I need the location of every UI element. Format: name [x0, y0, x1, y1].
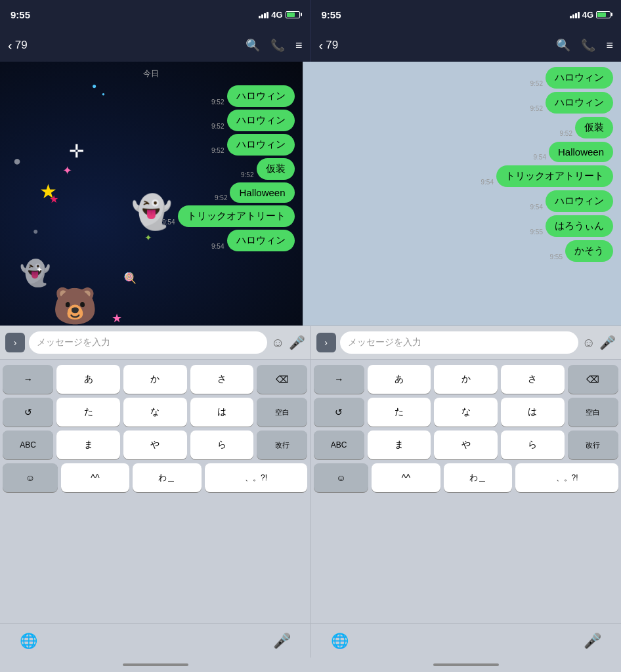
key-ka-left[interactable]: か: [123, 365, 187, 394]
key-wa-right[interactable]: わ＿: [444, 463, 513, 492]
key-ra-right[interactable]: ら: [501, 430, 565, 459]
emoji-icon-left[interactable]: ☺: [271, 335, 284, 350]
key-ka-right[interactable]: か: [434, 365, 498, 394]
expand-button-right[interactable]: ›: [316, 333, 336, 352]
key-na-right[interactable]: な: [434, 398, 498, 427]
key-ta-left[interactable]: た: [56, 398, 120, 427]
key-sa-right[interactable]: さ: [501, 365, 565, 394]
key-na-left[interactable]: な: [123, 398, 187, 427]
globe-icon-left[interactable]: 🌐: [20, 633, 37, 650]
key-delete-left[interactable]: ⌫: [257, 365, 307, 394]
message-input-left[interactable]: メッセージを入力: [29, 331, 267, 354]
key-label: な: [461, 406, 471, 418]
battery-icon-right: [596, 11, 610, 18]
key-label: わ＿: [158, 472, 175, 484]
msg-time: 9:52: [530, 105, 543, 112]
key-label: 改行: [586, 440, 600, 450]
keyboard-row-1-right: → あ か さ ⌫: [314, 365, 619, 394]
key-delete-right[interactable]: ⌫: [568, 365, 618, 394]
signal-bar-2: [261, 14, 263, 18]
key-ha-right[interactable]: は: [501, 398, 565, 427]
key-caret-left[interactable]: ^^: [61, 463, 130, 492]
key-label: ^^: [91, 472, 99, 483]
menu-icon-left[interactable]: ≡: [295, 39, 303, 52]
key-caret-right[interactable]: ^^: [372, 463, 440, 492]
search-icon-left[interactable]: 🔍: [246, 38, 260, 52]
home-bar-left: [123, 663, 188, 666]
keyboard-row-4-right: ☺ ^^ わ＿ 、。?!: [314, 463, 619, 492]
message-bubble: ハロウィン: [227, 110, 295, 131]
signal-bar-4: [267, 12, 268, 18]
key-ma-left[interactable]: ま: [56, 430, 120, 459]
back-button-left[interactable]: ‹ 79: [8, 38, 28, 53]
time-left: 9:55: [11, 9, 30, 20]
nav-icons-right: 🔍 📞 ≡: [556, 38, 613, 52]
key-abc-right[interactable]: ABC: [314, 430, 364, 459]
key-arrow-left[interactable]: →: [3, 365, 53, 394]
key-label: た: [395, 406, 404, 418]
phone-icon-right[interactable]: 📞: [581, 38, 595, 52]
key-space-right[interactable]: 空白: [568, 398, 618, 427]
key-label: さ: [528, 373, 537, 385]
message-input-right[interactable]: メッセージを入力: [340, 331, 578, 354]
key-label: ABC: [20, 440, 36, 450]
key-undo-left[interactable]: ↺: [3, 398, 53, 427]
search-icon-right[interactable]: 🔍: [556, 38, 570, 52]
key-punct-left[interactable]: 、。?!: [205, 463, 308, 492]
key-emoji-right[interactable]: ☺: [314, 463, 369, 492]
home-bar-right: [433, 663, 499, 666]
key-undo-right[interactable]: ↺: [314, 398, 364, 427]
key-sa-left[interactable]: さ: [190, 365, 254, 394]
key-enter-right[interactable]: 改行: [568, 430, 618, 459]
key-label: ま: [395, 439, 404, 451]
key-wa-left[interactable]: わ＿: [133, 463, 202, 492]
home-indicator-right: [310, 658, 621, 672]
key-label: あ: [84, 373, 93, 385]
key-a-left[interactable]: あ: [56, 365, 120, 394]
key-ha-left[interactable]: は: [190, 398, 254, 427]
emoji-icon-right[interactable]: ☺: [582, 335, 595, 350]
network-type-left: 4G: [271, 10, 282, 20]
key-ra-left[interactable]: ら: [190, 430, 254, 459]
key-label: ☺: [336, 472, 345, 483]
msg-time: 9:55: [530, 228, 543, 236]
menu-icon-right[interactable]: ≡: [606, 39, 613, 52]
table-row: 9:54 ハロウィン: [8, 230, 295, 251]
signal-bars-left: [259, 10, 268, 18]
home-indicators: [0, 658, 621, 672]
key-emoji-left[interactable]: ☺: [3, 463, 58, 492]
signal-bar-3: [264, 13, 266, 18]
message-bubble: トリックオアトリート: [178, 205, 295, 227]
microphone-icon-left[interactable]: 🎤: [273, 633, 291, 650]
expand-button-left[interactable]: ›: [5, 333, 25, 352]
message-bubble: ハロウィン: [227, 230, 295, 251]
globe-icon-right[interactable]: 🌐: [331, 633, 349, 650]
key-ta-right[interactable]: た: [368, 398, 431, 427]
key-label: ⌫: [276, 374, 289, 385]
microphone-icon-right[interactable]: 🎤: [584, 633, 601, 650]
table-row: 9:52 ハロウィン: [311, 92, 614, 114]
key-punct-right[interactable]: 、。?!: [515, 463, 618, 492]
key-a-right[interactable]: あ: [368, 365, 431, 394]
key-ya-right[interactable]: や: [434, 430, 498, 459]
key-arrow-right[interactable]: →: [314, 365, 364, 394]
mic-icon-left[interactable]: 🎤: [289, 335, 305, 350]
key-ma-right[interactable]: ま: [368, 430, 431, 459]
phone-icon-left[interactable]: 📞: [270, 38, 285, 52]
key-abc-left[interactable]: ABC: [3, 430, 53, 459]
signal-bar-r2: [572, 14, 574, 18]
key-space-left[interactable]: 空白: [257, 398, 307, 427]
mic-icon-right[interactable]: 🎤: [599, 335, 616, 350]
keyboards: → あ か さ ⌫ ↺ た な は 空白 ABC ま や ら 改行 ☺: [0, 360, 621, 623]
key-enter-left[interactable]: 改行: [257, 430, 307, 459]
msg-time: 9:52: [560, 130, 572, 137]
key-ya-left[interactable]: や: [123, 430, 187, 459]
chat-right: 9:52 ハロウィン 9:52 ハロウィン 9:52 仮装 9:54 Hallo…: [303, 62, 622, 326]
message-bubble-halloween-right: Halloween: [549, 142, 613, 162]
key-label: か: [461, 373, 471, 385]
status-right-left: 4G: [259, 10, 299, 20]
back-count-right: 79: [326, 39, 338, 52]
msg-time: 9:52: [211, 98, 224, 106]
nav-icons-left: 🔍 📞 ≡: [246, 38, 303, 52]
back-button-right[interactable]: ‹ 79: [319, 38, 339, 53]
